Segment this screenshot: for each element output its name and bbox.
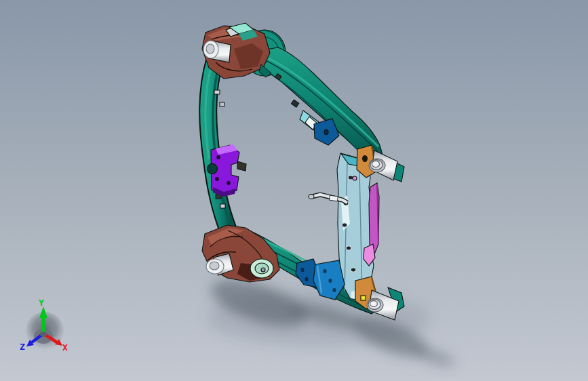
triad-origin [40,332,47,337]
part-mint-isolator[interactable] [250,259,273,278]
axis-label-y: Y [39,298,44,308]
bracket-notch [208,164,218,174]
yellow-clip [361,296,366,300]
bushing-top-right-ribs [369,159,385,172]
bushing-bottom-right-ribs [367,298,383,312]
axis-label-z: Z [20,342,25,352]
bolt-hole [363,156,368,162]
axis-label-x: X [62,342,68,353]
pink-dot [353,176,357,180]
cad-viewport[interactable]: Y Z X [0,0,588,381]
